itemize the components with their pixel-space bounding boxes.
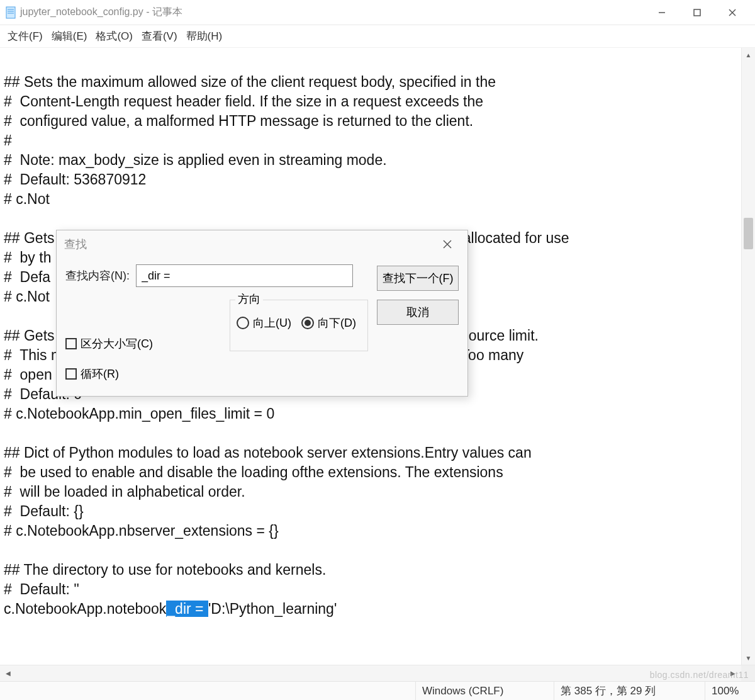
radio-down[interactable]: 向下(D) [301, 315, 356, 330]
find-next-button[interactable]: 查找下一个(F) [377, 266, 459, 291]
editor-lastline-prefix: c.NotebookApp.notebook [4, 601, 166, 617]
editor-lastline-suffix: 'D:\Python_learning' [208, 601, 337, 617]
checkbox-case[interactable]: 区分大小写(C) [65, 336, 153, 351]
notepad-icon [5, 6, 16, 19]
watermark: blog.csdn.net/dreamt11 [650, 670, 749, 680]
svg-rect-0 [6, 7, 15, 18]
vertical-scrollbar[interactable]: ▲ ▼ [741, 48, 755, 665]
editor-area: ## Sets the maximum allowed size of the … [0, 48, 755, 665]
statusbar: Windows (CRLF) 第 385 行，第 29 列 100% [0, 681, 755, 700]
radio-down-icon [301, 317, 314, 329]
menu-view[interactable]: 查看(V) [139, 26, 180, 46]
menu-help[interactable]: 帮助(H) [184, 26, 225, 46]
radio-up-icon [237, 317, 249, 329]
find-input[interactable] [136, 264, 353, 287]
scroll-down-icon[interactable]: ▼ [742, 651, 755, 665]
checkbox-wrap-icon [65, 368, 77, 380]
scroll-left-icon[interactable]: ◀ [0, 665, 16, 681]
maximize-button[interactable] [680, 0, 715, 25]
find-dialog: 查找 查找内容(N): 方向 向上(U) 向下(D) [56, 230, 468, 397]
checkbox-wrap-label: 循环(R) [81, 366, 119, 381]
find-dialog-titlebar: 查找 [57, 230, 467, 258]
direction-group: 方向 向上(U) 向下(D) [230, 300, 368, 351]
svg-rect-5 [694, 9, 700, 16]
checkbox-wrap[interactable]: 循环(R) [65, 366, 153, 381]
menu-file[interactable]: 文件(F) [5, 26, 45, 46]
status-encoding: Windows (CRLF) [415, 682, 554, 700]
close-button[interactable] [715, 0, 750, 25]
cancel-button[interactable]: 取消 [377, 300, 459, 325]
menu-format[interactable]: 格式(O) [93, 26, 135, 46]
find-dialog-title: 查找 [64, 237, 87, 252]
scroll-thumb[interactable] [744, 218, 753, 249]
radio-up[interactable]: 向上(U) [237, 315, 291, 330]
radio-down-label: 向下(D) [318, 315, 356, 330]
scroll-up-icon[interactable]: ▲ [742, 48, 755, 62]
status-position: 第 385 行，第 29 列 [554, 682, 705, 700]
find-close-button[interactable] [435, 232, 460, 257]
direction-legend: 方向 [235, 291, 263, 307]
minimize-button[interactable] [644, 0, 680, 25]
checkbox-case-icon [65, 338, 77, 349]
status-zoom: 100% [705, 682, 755, 700]
search-highlight: _dir = [166, 601, 208, 617]
find-content-label: 查找内容(N): [65, 268, 130, 283]
horizontal-scrollbar[interactable]: ◀ ▶ [0, 665, 755, 681]
menu-edit[interactable]: 编辑(E) [49, 26, 90, 46]
radio-up-label: 向上(U) [253, 315, 291, 330]
titlebar: jupyter_notebook_config.py - 记事本 [0, 0, 755, 25]
window-title: jupyter_notebook_config.py - 记事本 [20, 6, 182, 19]
menubar: 文件(F) 编辑(E) 格式(O) 查看(V) 帮助(H) [0, 25, 755, 48]
checkbox-case-label: 区分大小写(C) [81, 336, 153, 351]
